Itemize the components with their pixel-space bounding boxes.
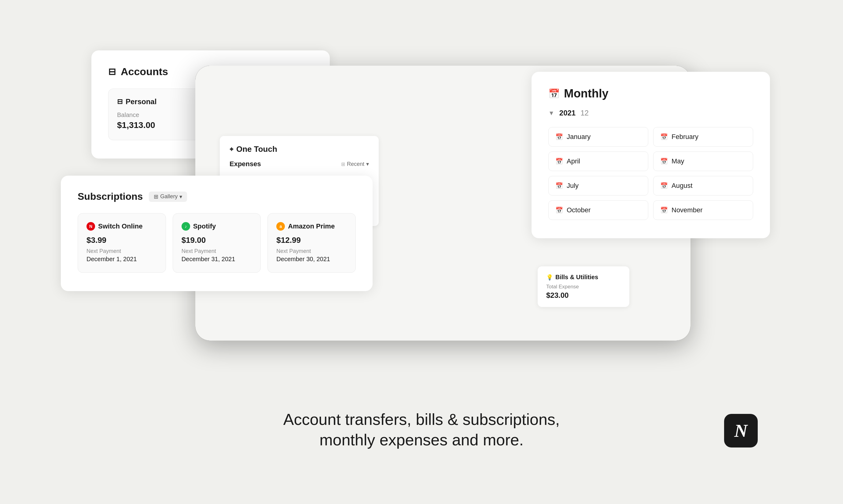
nov-cal-icon: 📅 <box>660 206 668 214</box>
personal-balance: $1,313.00 <box>117 120 198 130</box>
personal-title: ⊟ Personal <box>117 97 198 106</box>
spotify-icon: ♪ <box>181 222 190 231</box>
amazon-next-date: December 30, 2021 <box>276 256 347 263</box>
subscriptions-title: Subscriptions <box>77 191 143 202</box>
spotify-next-label: Next Payment <box>181 248 252 254</box>
month-may[interactable]: 📅 May <box>653 151 753 171</box>
bills-title-row: 💡 Bills & Utilities <box>546 274 621 281</box>
personal-balance-label: Balance <box>117 111 198 119</box>
expenses-row: Expenses ⊞ Recent ▾ <box>230 160 369 168</box>
gallery-badge[interactable]: ⊞ Gallery ▾ <box>149 192 187 202</box>
bulb-icon: 💡 <box>546 274 553 281</box>
bottom-tagline: Account transfers, bills & subscriptions… <box>283 409 560 451</box>
one-touch-title: ⌖ One Touch <box>230 144 369 154</box>
month-october[interactable]: 📅 October <box>548 200 648 220</box>
recent-label: ⊞ Recent ▾ <box>341 161 369 167</box>
amazon-icon: a <box>276 222 285 231</box>
month-november[interactable]: 📅 November <box>653 200 753 220</box>
bills-total-label: Total Expense <box>546 284 621 290</box>
oct-cal-icon: 📅 <box>556 206 563 214</box>
cursor-icon: ⌖ <box>230 145 233 153</box>
jul-cal-icon: 📅 <box>556 182 563 190</box>
apr-cal-icon: 📅 <box>556 158 563 165</box>
year-count: 12 <box>580 109 589 117</box>
personal-icon: ⊟ <box>117 98 123 106</box>
year-row: ▼ 2021 12 <box>548 109 753 117</box>
tagline-line1: Account transfers, bills & subscriptions… <box>283 409 560 430</box>
subscription-amazon[interactable]: a Amazon Prime $12.99 Next Payment Decem… <box>267 213 356 273</box>
switch-next-label: Next Payment <box>87 248 157 254</box>
nintendo-icon: N <box>87 222 95 231</box>
month-august[interactable]: 📅 August <box>653 176 753 196</box>
amazon-next-label: Next Payment <box>276 248 347 254</box>
tagline-line2: monthly expenses and more. <box>283 430 560 451</box>
monthly-header: 📅 Monthly <box>548 87 753 100</box>
month-february[interactable]: 📅 February <box>653 127 753 147</box>
switch-next-date: December 1, 2021 <box>87 256 157 263</box>
may-cal-icon: 📅 <box>660 158 668 165</box>
bills-panel: 💡 Bills & Utilities Total Expense $23.00 <box>538 266 629 307</box>
notion-logo: N <box>724 414 758 448</box>
subscription-switch[interactable]: N Switch Online $3.99 Next Payment Decem… <box>77 213 166 273</box>
notion-letter: N <box>734 420 747 442</box>
expenses-label: Expenses <box>230 160 261 168</box>
months-grid: 📅 January 📅 February 📅 April 📅 May 📅 Jul… <box>548 127 753 220</box>
spotify-price: $19.00 <box>181 235 252 245</box>
collapse-icon[interactable]: ▼ <box>548 110 555 117</box>
subscriptions-card: Subscriptions ⊞ Gallery ▾ N Switch Onlin… <box>61 176 373 291</box>
credit-card-icon: ⊟ <box>108 66 116 77</box>
monthly-card: 📅 Monthly ▼ 2021 12 📅 January 📅 February… <box>531 72 770 238</box>
jan-cal-icon: 📅 <box>556 133 563 141</box>
grid-icon: ⊞ <box>154 193 158 200</box>
feb-cal-icon: 📅 <box>660 133 668 141</box>
spotify-next-date: December 31, 2021 <box>181 256 252 263</box>
month-july[interactable]: 📅 July <box>548 176 648 196</box>
subscriptions-grid: N Switch Online $3.99 Next Payment Decem… <box>77 213 356 273</box>
monthly-title: Monthly <box>564 87 609 100</box>
calendar-icon: 📅 <box>548 88 560 99</box>
month-january[interactable]: 📅 January <box>548 127 648 147</box>
subscriptions-header: Subscriptions ⊞ Gallery ▾ <box>77 191 356 202</box>
accounts-heading: Accounts <box>121 66 168 77</box>
bills-total: $23.00 <box>546 291 621 300</box>
personal-account[interactable]: ⊟ Personal Balance $1,313.00 <box>108 89 207 140</box>
year-value: 2021 <box>559 109 576 117</box>
switch-price: $3.99 <box>87 235 157 245</box>
month-april[interactable]: 📅 April <box>548 151 648 171</box>
notion-box: N <box>724 414 758 448</box>
subscription-spotify[interactable]: ♪ Spotify $19.00 Next Payment December 3… <box>173 213 261 273</box>
amazon-price: $12.99 <box>276 235 347 245</box>
aug-cal-icon: 📅 <box>660 182 668 190</box>
